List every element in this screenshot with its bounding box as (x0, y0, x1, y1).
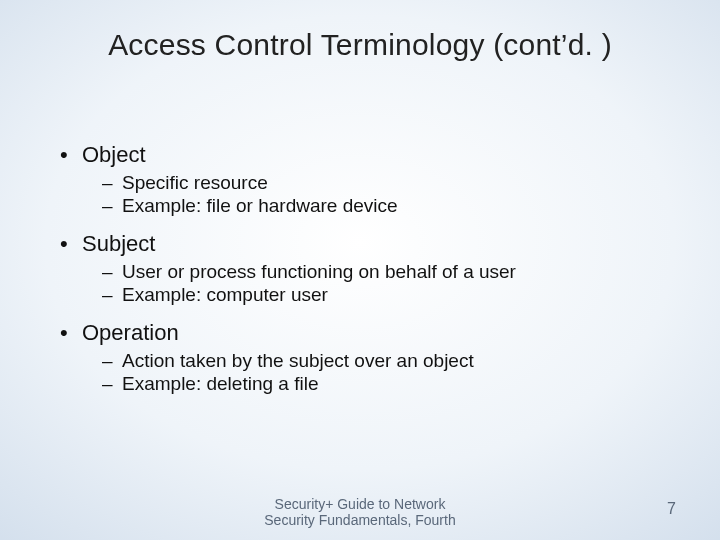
dash-icon: – (102, 261, 122, 283)
dash-icon: – (102, 284, 122, 306)
dash-icon: – (102, 195, 122, 217)
slide: Access Control Terminology (cont’d. ) • … (0, 0, 720, 540)
sub-text: Example: computer user (122, 284, 328, 306)
sub-text: User or process functioning on behalf of… (122, 261, 516, 283)
bullet-icon: • (60, 144, 82, 166)
sub-item: – Action taken by the subject over an ob… (102, 350, 670, 372)
slide-body: • Object – Specific resource – Example: … (60, 132, 670, 409)
dash-icon: – (102, 350, 122, 372)
bullet-operation: • Operation (60, 320, 670, 346)
slide-title: Access Control Terminology (cont’d. ) (0, 28, 720, 62)
bullet-subject: • Subject (60, 231, 670, 257)
footer-line: Security Fundamentals, Fourth (264, 512, 455, 528)
footer-line: Security+ Guide to Network (275, 496, 446, 512)
sub-text: Example: deleting a file (122, 373, 318, 395)
sub-item: – Specific resource (102, 172, 670, 194)
page-number: 7 (667, 500, 676, 518)
bullet-label: Object (82, 142, 146, 168)
sub-item: – Example: file or hardware device (102, 195, 670, 217)
sub-group: – User or process functioning on behalf … (60, 261, 670, 306)
sub-text: Specific resource (122, 172, 268, 194)
sub-group: – Specific resource – Example: file or h… (60, 172, 670, 217)
bullet-object: • Object (60, 142, 670, 168)
sub-text: Action taken by the subject over an obje… (122, 350, 474, 372)
sub-item: – Example: computer user (102, 284, 670, 306)
footer: Security+ Guide to Network Security Fund… (0, 496, 720, 536)
dash-icon: – (102, 172, 122, 194)
bullet-label: Subject (82, 231, 155, 257)
sub-item: – Example: deleting a file (102, 373, 670, 395)
bullet-label: Operation (82, 320, 179, 346)
dash-icon: – (102, 373, 122, 395)
sub-item: – User or process functioning on behalf … (102, 261, 670, 283)
bullet-icon: • (60, 233, 82, 255)
sub-text: Example: file or hardware device (122, 195, 398, 217)
footer-text: Security+ Guide to Network Security Fund… (264, 496, 455, 528)
sub-group: – Action taken by the subject over an ob… (60, 350, 670, 395)
bullet-icon: • (60, 322, 82, 344)
